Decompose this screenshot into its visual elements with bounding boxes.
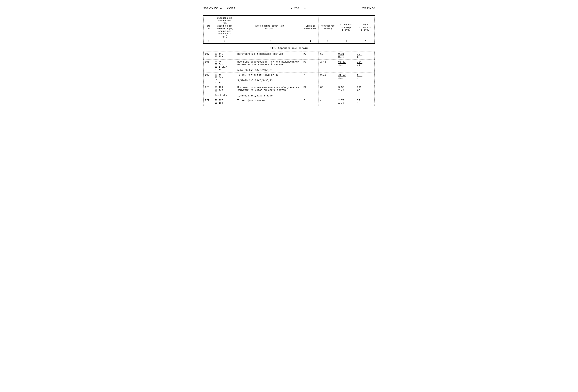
col-num-4: 4 (302, 39, 319, 44)
row-108-name: Изоляцию оборудования плитами полужестки… (236, 60, 302, 73)
row-107-unit-cost: 0,3I 0,I3 (337, 52, 356, 60)
row-108-qty: 2,45 (319, 60, 337, 73)
row-108-num: I08. (203, 60, 213, 73)
table-row: I08. I9-66 28-3-х II-I-IрIУ п.I75 Изоляц… (203, 60, 375, 73)
row-111-qty: 4 (319, 98, 337, 106)
section-title: III. Строительные работы (203, 44, 375, 52)
row-107-unit: М2 (302, 52, 319, 60)
row-108-total: I24 II (356, 60, 375, 73)
table-row: II0. I9-I86 28-IIз ""- р.I п.705 Покрыти… (203, 85, 375, 98)
row-107-basis: I9-I4I 28-I0а (213, 52, 236, 60)
row-109-unit-cost: 35,23 4,4 (337, 73, 356, 85)
row-109-basis: I9-66 28-3-ж -"- п.I73 (213, 73, 236, 85)
col-num-7: 7 (356, 39, 375, 44)
row-111-total: II 2 (356, 98, 375, 106)
row-108-basis: I9-66 28-3-х II-I-IрIУ п.I75 (213, 60, 236, 73)
col-header-qty: Количествоединиц (319, 16, 337, 39)
col-header-unit: Единицаизмерения (302, 16, 319, 39)
row-110-unit: М2 (302, 85, 319, 98)
table-header-row: №№пп Обоснованиестоимости(№№ укрупненных… (203, 16, 375, 39)
row-111-unit-cost: 2,73 0,43 (337, 98, 356, 106)
table-number-row: I 2 · 3 4 5 6 7 (203, 39, 375, 44)
col-header-basis: Обоснованиестоимости(№№ укрупненныхсметн… (213, 16, 236, 39)
row-110-num: II0. (203, 85, 213, 98)
col-num-6: 6 (337, 39, 356, 44)
row-108-unit-cost: 50,8I 4,4 (337, 60, 356, 73)
row-110-basis: I9-I86 28-IIз ""- р.I п.705 (213, 85, 236, 98)
page-header: 903-I-158 Ал. XXVII - 208 . - 15390-14 (203, 7, 375, 10)
table-row: I07. I9-I4I 28-I0а Изготовление и привар… (203, 52, 375, 60)
col-num-2: 2 (213, 39, 236, 44)
header-center: - 208 . - (291, 7, 306, 10)
row-110-total: 2I5 86 (356, 85, 375, 98)
col-header-total: Общаястоимостьв руб. (356, 16, 375, 39)
col-header-num: №№пп (203, 16, 213, 39)
header-right: 15390-14 (361, 7, 375, 10)
row-109-total: 5 I (356, 73, 375, 85)
row-107-qty: 60 (319, 52, 337, 60)
row-110-unit-cost: 3,59 I,44 (337, 85, 356, 98)
row-111-basis: I9-237 28-I5з (213, 98, 236, 106)
row-110-name: Покрытие поверхности изоляции оборудован… (236, 85, 302, 98)
col-num-5: 5 (319, 39, 337, 44)
row-110-qty: 60 (319, 85, 337, 98)
row-108-unit: м3 (302, 60, 319, 73)
row-109-num: I09. (203, 73, 213, 85)
row-111-unit: " (302, 98, 319, 106)
table-row: I09. I9-66 28-3-ж -"- п.I73 То же, плита… (203, 73, 375, 85)
col-num-3: · 3 (236, 39, 302, 44)
table-row: III. I9-237 28-I5з То же, фольгоизолом "… (203, 98, 375, 106)
header-left: 903-I-158 Ал. XXVII (203, 7, 235, 10)
main-table: №№пп Обоснованиестоимости(№№ укрупненных… (203, 15, 375, 106)
col-header-name: Наименование работ илизатрат (236, 16, 302, 39)
row-107-num: I07. (203, 52, 213, 60)
row-111-name: То же, фольгоизолом (236, 98, 302, 106)
row-109-name: То же, плитами мягкими ПМ-50 5,57+I9,2хI… (236, 73, 302, 85)
row-107-total: I9 8 (356, 52, 375, 60)
row-111-num: III. (203, 98, 213, 106)
row-109-qty: 0,I3 (319, 73, 337, 85)
section-header-row: III. Строительные работы (203, 44, 375, 52)
row-107-name: Изготовление и приварка крючьев (236, 52, 302, 60)
row-109-unit: " (302, 73, 319, 85)
col-header-unit-cost: Стоимостьединицыв руб. (337, 16, 356, 39)
col-num-1: I (203, 39, 213, 44)
